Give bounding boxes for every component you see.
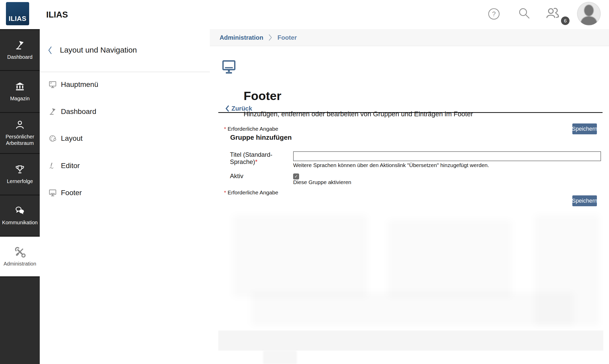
bank-icon (14, 81, 25, 92)
topbar: ILIAS ILIAS ? (0, 0, 609, 29)
sidebar-item-administration[interactable]: Administration (0, 237, 40, 276)
chat-bubbles-icon (14, 205, 26, 216)
title-input[interactable] (293, 151, 601, 161)
monitor-footer-icon (49, 189, 57, 197)
search-icon (518, 7, 531, 20)
online-count-badge: 6 (561, 16, 570, 25)
subnav-item-label: Editor (61, 162, 80, 170)
back-label: Zurück (231, 105, 252, 112)
main-content: Administration Footer Footer Hinzufügen,… (210, 29, 609, 364)
help-button[interactable]: ? (488, 8, 500, 20)
divider (218, 112, 603, 113)
monitor-footer-icon (222, 60, 236, 75)
desk-lamp-icon (14, 40, 25, 51)
search-button[interactable] (518, 7, 531, 20)
obscured-column (263, 351, 297, 364)
form-section-title: Gruppe hinzufügen (230, 134, 292, 142)
sidebar-item-label: Lernerfolge (7, 178, 33, 185)
breadcrumb: Administration Footer (210, 29, 609, 46)
sidebar-item-label: Dashboard (7, 54, 33, 60)
required-asterisk: * (224, 189, 226, 195)
tools-icon (14, 246, 26, 258)
subnav-item-hauptmenu[interactable]: Hauptmenü (40, 76, 210, 93)
sidebar-item-kommunikation[interactable]: Kommunikation (0, 195, 40, 236)
checkmark-icon: ✓ (294, 174, 298, 179)
page-title: Footer (244, 88, 281, 103)
subnav-item-footer[interactable]: Footer (40, 184, 210, 201)
active-field-caption: Diese Gruppe aktivieren (293, 179, 351, 185)
required-note-bottom: * Erforderliche Angabe (224, 189, 278, 196)
breadcrumb-administration[interactable]: Administration (220, 34, 263, 41)
help-icon: ? (488, 8, 500, 20)
users-icon (545, 6, 560, 21)
sidebar-item-persoenlicher-arbeitsraum[interactable]: Persönlicher Arbeitsraum (0, 113, 40, 153)
online-count: 6 (564, 18, 567, 24)
sidebar-item-label: Magazin (10, 95, 30, 102)
sidebar-item-label: Persönlicher Arbeitsraum (0, 134, 40, 146)
active-field-label: Aktiv (230, 172, 243, 180)
user-avatar[interactable] (577, 2, 601, 26)
chevron-left-icon[interactable] (48, 46, 52, 54)
aktiv-checkbox[interactable]: ✓ (293, 173, 299, 179)
required-note-top: * Erforderliche Angabe (224, 126, 278, 132)
person-icon (14, 120, 25, 130)
required-asterisk: * (255, 158, 257, 165)
sidebar-item-lernerfolge[interactable]: Lernerfolge (0, 154, 40, 195)
obscured-band (218, 330, 603, 351)
who-is-online-button[interactable] (545, 6, 560, 21)
subnav-item-layout[interactable]: Layout (40, 130, 210, 147)
required-note-text: Erforderliche Angabe (228, 189, 278, 195)
title-label-line1: Titel (Standard- (230, 151, 273, 158)
svg-text:?: ? (492, 10, 496, 18)
desk-lamp-icon (49, 107, 57, 116)
ilias-logo-text: ILIAS (9, 15, 27, 25)
chevron-left-icon (225, 105, 229, 112)
obscured-content (210, 210, 609, 364)
avatar-silhouette-icon (577, 2, 601, 26)
subnav-item-label: Layout (61, 134, 83, 143)
title-field-label: Titel (Standard- Sprache)* (230, 151, 273, 166)
app-title: ILIAS (46, 0, 68, 29)
ilias-logo[interactable]: ILIAS (6, 2, 29, 25)
sidebar-item-label: Administration (4, 261, 36, 267)
sidebar-item-dashboard[interactable]: Dashboard (0, 30, 40, 70)
main-sidebar: Dashboard Magazin (0, 29, 40, 364)
monitor-menu-icon (49, 80, 57, 89)
subnav-item-editor[interactable]: Editor (40, 157, 210, 174)
pen-icon (49, 162, 57, 170)
chevron-right-icon (268, 34, 272, 41)
required-note-text: Erforderliche Angabe (228, 126, 278, 132)
save-button-bottom[interactable]: Speichern (572, 195, 597, 206)
back-link[interactable]: Zurück (225, 105, 252, 112)
save-button-top[interactable]: Speichern (572, 123, 597, 134)
breadcrumb-footer[interactable]: Footer (277, 34, 297, 41)
sidebar-item-magazin[interactable]: Magazin (0, 71, 40, 112)
trophy-icon (14, 164, 25, 175)
title-field-help: Weitere Sprachen können über den Aktions… (293, 162, 489, 168)
subnav-header: Layout und Navigation (40, 29, 210, 72)
ilias-app: ILIAS ILIAS ? (0, 0, 609, 364)
subnav-item-label: Hauptmenü (61, 80, 98, 89)
title-label-line2: Sprache) (230, 158, 255, 165)
subnav-item-dashboard[interactable]: Dashboard (40, 103, 210, 120)
sidebar-item-label: Kommunikation (2, 219, 38, 226)
subnav-item-label: Dashboard (61, 107, 96, 116)
palette-icon (49, 134, 57, 143)
page-description: Hinzufügen, entfernen oder bearbeiten vo… (244, 110, 473, 118)
required-asterisk: * (224, 126, 226, 132)
subnav-item-label: Footer (61, 189, 82, 197)
admin-subnav-panel: Layout und Navigation Hauptmenü (40, 29, 210, 364)
subnav-title: Layout und Navigation (60, 46, 137, 54)
